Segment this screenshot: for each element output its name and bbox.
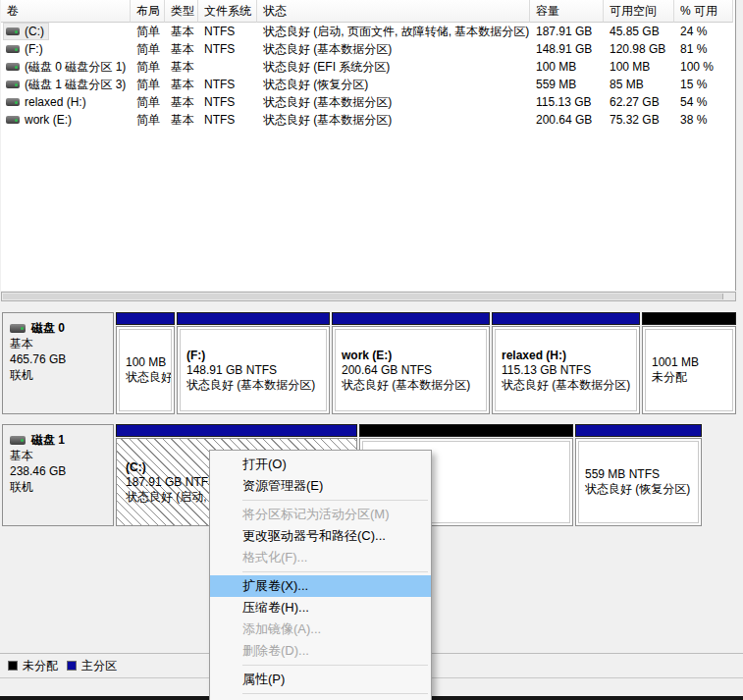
partition-title: (F:) [186,349,320,363]
table-row-volume-disk1-part3[interactable]: (磁盘 1 磁盘分区 3) 简单 基本 NTFS 状态良好 (恢复分区) 559… [1,76,735,93]
volume-name: (磁盘 0 磁盘分区 1) [25,58,126,76]
volume-status: 状态良好 (基本数据分区) [257,93,530,111]
partition-title: relaxed (H:) [502,349,630,363]
menu-item-format: 格式化(F)... [210,547,431,568]
volume-list-pane: 卷 布局 类型 文件系统 状态 容量 可用空间 % 可用 (C:) 简单 基本 … [1,0,736,291]
disk-kind: 基本 [10,336,106,351]
legend-primary-label: 主分区 [81,658,117,674]
column-header-capacity[interactable]: 容量 [530,0,604,23]
volume-type: 基本 [165,76,198,93]
legend-unallocated-label: 未分配 [23,658,58,674]
volume-pct-free: 15 % [674,76,733,93]
table-row-volume-relaxed-h[interactable]: relaxed (H:) 简单 基本 NTFS 状态良好 (基本数据分区) 11… [1,93,735,111]
disk-management-window: 卷 布局 类型 文件系统 状态 容量 可用空间 % 可用 (C:) 简单 基本 … [0,0,743,700]
legend-unallocated: 未分配 [8,658,58,674]
volume-type: 基本 [165,93,198,111]
partition-status: 未分配 [652,370,726,385]
menu-item-shrink-volume[interactable]: 压缩卷(H)... [210,597,431,619]
volume-fs: NTFS [198,23,257,40]
menu-item-add-mirror: 添加镜像(A)... [210,619,431,640]
disk-icon [10,436,26,445]
volume-type: 基本 [165,23,198,40]
column-header-status[interactable]: 状态 [257,0,530,23]
partition-size: 115.13 GB NTFS [502,363,630,378]
partition-size: 559 MB NTFS [585,467,692,482]
partition-tile-recovery[interactable]: 559 MB NTFS 状态良好 (恢复分区) [575,424,702,526]
volume-fs: NTFS [198,76,257,93]
table-row-volume-c[interactable]: (C:) 简单 基本 NTFS 状态良好 (启动, 页面文件, 故障转储, 基本… [1,23,735,40]
disk0-info-panel[interactable]: 磁盘 0 基本 465.76 GB 联机 [2,312,114,414]
partition-status: 状态良好 (基本数据分区) [342,378,480,393]
volume-pct-free: 24 % [674,23,733,40]
table-row-volume-f[interactable]: (F:) 简单 基本 NTFS 状态良好 (基本数据分区) 148.91 GB … [1,40,735,58]
partition-tile-efi[interactable]: 100 MB 状态良好 [116,312,175,414]
partition-size: 1001 MB [652,355,726,370]
partition-title: work (E:) [342,349,480,363]
unallocated-color-band [642,312,736,325]
disk-status: 联机 [10,367,106,383]
horizontal-scrollbar[interactable] [1,292,736,301]
column-header-type[interactable]: 类型 [165,0,198,23]
primary-partition-swatch-icon [67,661,77,671]
table-row-volume-work-e[interactable]: work (E:) 简单 基本 NTFS 状态良好 (基本数据分区) 200.6… [1,111,735,129]
column-header-free-space[interactable]: 可用空间 [604,0,674,23]
menu-separator [242,571,428,572]
column-header-filesystem[interactable]: 文件系统 [198,0,257,23]
unallocated-tile-disk0[interactable]: 1001 MB 未分配 [642,312,736,414]
volume-free: 85 MB [604,76,674,93]
partition-color-band [575,424,702,437]
volume-pct-free: 38 % [674,111,733,129]
volume-icon [6,63,20,71]
volume-status: 状态良好 (恢复分区) [257,76,530,93]
disk-icon [10,324,26,333]
volume-pct-free: 81 % [674,40,733,58]
volume-type: 基本 [165,111,198,129]
disk-size: 465.76 GB [10,351,106,367]
volume-status: 状态良好 (启动, 页面文件, 故障转储, 基本数据分区) [257,23,530,40]
column-header-pct-free[interactable]: % 可用 [674,0,733,23]
menu-separator [242,693,428,694]
partition-tile-work-e[interactable]: work (E:) 200.64 GB NTFS 状态良好 (基本数据分区) [332,312,490,414]
partition-tile-f[interactable]: (F:) 148.91 GB NTFS 状态良好 (基本数据分区) [177,312,330,414]
volume-capacity: 559 MB [530,76,604,93]
volume-name: work (E:) [25,111,72,129]
volume-pct-free: 100 % [674,58,733,76]
partition-size: 148.91 GB NTFS [186,363,320,378]
column-header-volume[interactable]: 卷 [1,0,131,23]
partition-size: 200.64 GB NTFS [342,363,480,378]
menu-separator [242,665,428,666]
menu-item-properties[interactable]: 属性(P) [210,669,431,690]
menu-item-change-drive-letter[interactable]: 更改驱动器号和路径(C)... [210,525,431,547]
partition-size: 100 MB [126,355,165,370]
volume-capacity: 148.91 GB [530,40,604,58]
menu-item-extend-volume[interactable]: 扩展卷(X)... [210,575,431,597]
volume-name: (C:) [25,23,44,40]
volume-free: 45.85 GB [604,23,674,40]
table-row-volume-disk0-part1[interactable]: (磁盘 0 磁盘分区 1) 简单 基本 状态良好 (EFI 系统分区) 100 … [1,58,735,76]
volume-status: 状态良好 (基本数据分区) [257,111,530,129]
volume-layout: 简单 [131,40,165,58]
menu-item-open[interactable]: 打开(O) [210,454,431,475]
volume-icon [6,98,20,106]
volume-icon [6,81,20,88]
volume-icon [6,27,20,35]
volume-icon [6,116,20,124]
volume-icon [6,45,20,53]
partition-tile-relaxed-h[interactable]: relaxed (H:) 115.13 GB NTFS 状态良好 (基本数据分区… [492,312,640,414]
scrollbar-thumb[interactable] [3,294,723,299]
volume-name: relaxed (H:) [25,93,86,111]
disk1-info-panel[interactable]: 磁盘 1 基本 238.46 GB 联机 [2,424,114,526]
disk-size: 238.46 GB [10,463,106,479]
menu-separator [242,500,428,501]
volume-capacity: 200.64 GB [530,111,604,129]
volume-fs: NTFS [198,111,257,129]
unallocated-swatch-icon [8,661,18,671]
disk-name: 磁盘 0 [31,320,65,336]
column-header-layout[interactable]: 布局 [131,0,165,23]
volume-name: (F:) [25,40,43,58]
menu-item-explorer[interactable]: 资源管理器(E) [210,475,431,497]
partition-status: 状态良好 [126,370,165,385]
volume-fs: NTFS [198,40,257,58]
volume-fs: NTFS [198,93,257,111]
partition-color-band [492,312,640,325]
